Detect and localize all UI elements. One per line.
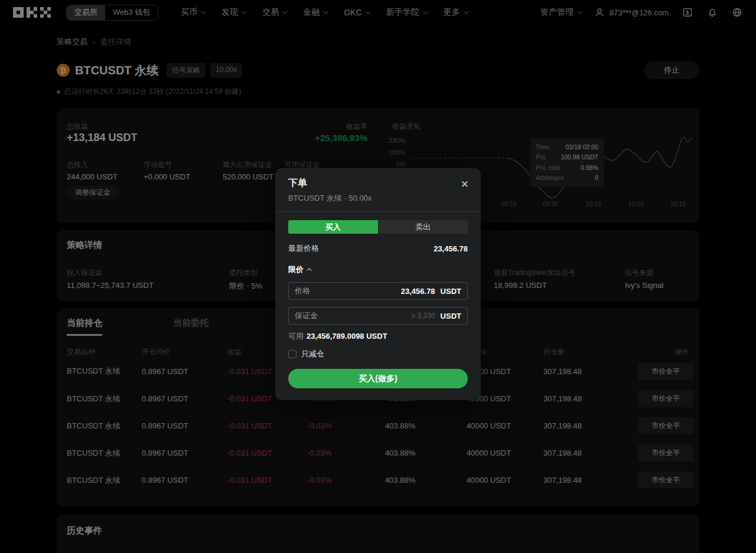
sell-tab[interactable]: 卖出 bbox=[379, 220, 468, 234]
margin-input-unit: USDT bbox=[441, 312, 461, 320]
modal-subtitle: BTCUSDT 永续 · 50.00x bbox=[288, 193, 468, 204]
latest-price-label: 最新价格 bbox=[288, 243, 319, 254]
latest-price-row: 最新价格 23,456.78 bbox=[288, 243, 468, 254]
reduce-only-option[interactable]: 只减仓 bbox=[288, 349, 468, 359]
modal-title: 下单 bbox=[288, 177, 468, 189]
available-value: 23,456,789.0098 USDT bbox=[307, 332, 387, 341]
close-icon[interactable]: ✕ bbox=[461, 179, 469, 189]
latest-price-value: 23,456.78 bbox=[434, 244, 468, 253]
chevron-up-icon bbox=[307, 268, 311, 273]
margin-input-placeholder: ≥ 3,330 bbox=[412, 312, 435, 320]
price-input-unit: USDT bbox=[441, 287, 461, 296]
buy-sell-tabs: 买入 卖出 bbox=[288, 220, 468, 234]
price-input-label: 价格 bbox=[295, 286, 310, 296]
price-input[interactable]: 价格 23,456.78 USDT bbox=[288, 282, 468, 300]
order-type-dropdown[interactable]: 限价 bbox=[288, 264, 468, 275]
reduce-only-checkbox[interactable] bbox=[288, 350, 296, 358]
price-input-value: 23,456.78 bbox=[401, 287, 435, 296]
available-balance-row: 可用23,456,789.0098 USDT bbox=[288, 331, 468, 342]
margin-input-label: 保证金 bbox=[295, 310, 318, 321]
buy-tab[interactable]: 买入 bbox=[288, 220, 378, 234]
reduce-only-label: 只减仓 bbox=[301, 349, 324, 359]
place-order-modal: 下单 BTCUSDT 永续 · 50.00x ✕ 买入 卖出 最新价格 23,4… bbox=[275, 168, 481, 400]
buy-long-submit-button[interactable]: 买入(做多) bbox=[288, 369, 468, 388]
margin-input[interactable]: 保证金 ≥ 3,330 USDT bbox=[288, 307, 468, 325]
available-label: 可用 bbox=[288, 332, 304, 341]
